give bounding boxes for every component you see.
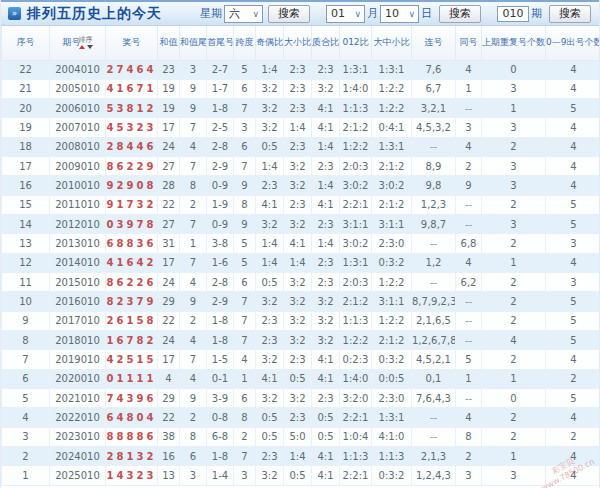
week-search-button[interactable]: 搜索 — [268, 5, 310, 23]
cell: 24 — [158, 137, 180, 156]
cell: 6-8 — [207, 427, 234, 446]
cell: 5 — [546, 195, 600, 214]
cell: 2-7 — [207, 60, 234, 79]
cell: 1:4 — [312, 234, 340, 253]
day-select-value: 10 — [385, 7, 399, 20]
search-controls: 星期 六 ∨ 搜索 01 ∨ 月 10 ∨ 日 搜索 期 搜索 — [198, 5, 591, 23]
cell: 2:1:2 — [340, 118, 372, 137]
cell: 3,2,1 — [412, 99, 456, 118]
prize-number: 86226 — [106, 273, 158, 292]
cell: 4 — [180, 273, 207, 292]
column-header-0: 序号 — [2, 26, 50, 60]
cell: 0-1 — [207, 369, 234, 388]
cell: 4 — [158, 369, 180, 388]
cell: 2,1,3 — [412, 447, 456, 466]
cell: 3:2 — [312, 331, 340, 350]
cell: 2:2:1 — [340, 195, 372, 214]
cell: 3-9 — [207, 389, 234, 408]
cell: 2015010 — [50, 273, 106, 292]
cell: 1:4 — [256, 234, 284, 253]
cell: 1-9 — [207, 195, 234, 214]
table-row: 6202001001111440-114:10:54:11:4:00:0:50,… — [2, 369, 600, 388]
column-header-15: 0—9出号个数 — [546, 26, 600, 60]
cell: 1:4 — [312, 176, 340, 195]
cell: 7 — [234, 331, 256, 350]
cell: 7 — [234, 99, 256, 118]
cell: 3:2 — [284, 215, 312, 234]
prize-number: 88886 — [106, 427, 158, 446]
cell: 3:2 — [256, 215, 284, 234]
cell: 9,8 — [412, 176, 456, 195]
week-select[interactable]: 六 ∨ — [224, 5, 263, 23]
cell: 5:0 — [284, 427, 312, 446]
lottery-history-page: » 排列五历史上的今天 星期 六 ∨ 搜索 01 ∨ 月 10 ∨ 日 搜索 — [0, 0, 600, 488]
cell: 9,8,7 — [412, 215, 456, 234]
cell: 2 — [234, 427, 256, 446]
cell: 3:2 — [284, 331, 312, 350]
date-search-button[interactable]: 搜索 — [439, 5, 481, 23]
cell: 7 — [234, 311, 256, 330]
cell: 6,7 — [412, 79, 456, 98]
cell: 4:1 — [312, 118, 340, 137]
cell: 2 — [482, 427, 546, 446]
cell: -- — [456, 99, 482, 118]
cell: 3:1:1 — [372, 215, 412, 234]
cell: 1:2:2 — [372, 311, 412, 330]
cell: 2017010 — [50, 311, 106, 330]
cell: 2 — [482, 408, 546, 427]
sort-asc-icon[interactable] — [79, 45, 85, 49]
issue-input[interactable] — [497, 6, 529, 22]
cell: 2 — [482, 234, 546, 253]
cell: 2 — [2, 447, 50, 466]
cell: 2004010 — [50, 60, 106, 79]
cell: -- — [456, 389, 482, 408]
cell: 8 — [456, 427, 482, 446]
cell: 1-6 — [207, 253, 234, 272]
column-header-6: 跨度 — [234, 26, 256, 60]
prize-number: 26158 — [106, 311, 158, 330]
cell: 7,6 — [412, 60, 456, 79]
cell: 7 — [180, 157, 207, 176]
sort-desc-icon[interactable] — [87, 45, 93, 49]
cell: 2018010 — [50, 331, 106, 350]
cell: 3:2 — [256, 99, 284, 118]
issue-search-button[interactable]: 搜索 — [549, 5, 591, 23]
cell: 9 — [180, 292, 207, 311]
cell: 27 — [158, 215, 180, 234]
cell: 2:3 — [284, 137, 312, 156]
cell: 7 — [180, 118, 207, 137]
cell: 1 — [482, 99, 546, 118]
cell: 3:1:1 — [340, 215, 372, 234]
sort-control[interactable]: 排序 — [79, 37, 93, 49]
cell: 22 — [2, 60, 50, 79]
chevron-down-icon: ∨ — [252, 9, 259, 19]
chevron-down-icon: ∨ — [354, 9, 361, 19]
cell: 4 — [456, 60, 482, 79]
day-select[interactable]: 10 ∨ — [380, 5, 419, 23]
table-head: 序号期号排序奖号和值和值尾首尾号跨度奇偶比大小比质合比012比大中小比连号同号上… — [2, 26, 600, 60]
cell: -- — [412, 137, 456, 156]
cell: 5 — [546, 331, 600, 350]
month-select-value: 01 — [331, 7, 345, 20]
cell: 14 — [2, 215, 50, 234]
cell: 21 — [2, 79, 50, 98]
table-row: 42022010648042220-880:52:30:52:2:11:3:1-… — [2, 408, 600, 427]
month-select[interactable]: 01 ∨ — [326, 5, 365, 23]
cell: 2-8 — [207, 137, 234, 156]
cell: 7 — [180, 253, 207, 272]
prize-number: 03978 — [106, 215, 158, 234]
cell: 28 — [158, 176, 180, 195]
cell: 3:1:1 — [372, 292, 412, 311]
cell: 2 — [482, 350, 546, 369]
cell: 6 — [2, 369, 50, 388]
cell: 2:3 — [284, 408, 312, 427]
cell: -- — [412, 408, 456, 427]
cell: 2:1:2 — [372, 331, 412, 350]
cell: 9 — [2, 311, 50, 330]
cell: 2024010 — [50, 447, 106, 466]
column-header-label: 期号 — [63, 37, 74, 48]
cell: 10 — [2, 292, 50, 311]
cell: 1:3:1 — [372, 60, 412, 79]
cell: 3:2 — [256, 118, 284, 137]
cell: 2 — [456, 157, 482, 176]
